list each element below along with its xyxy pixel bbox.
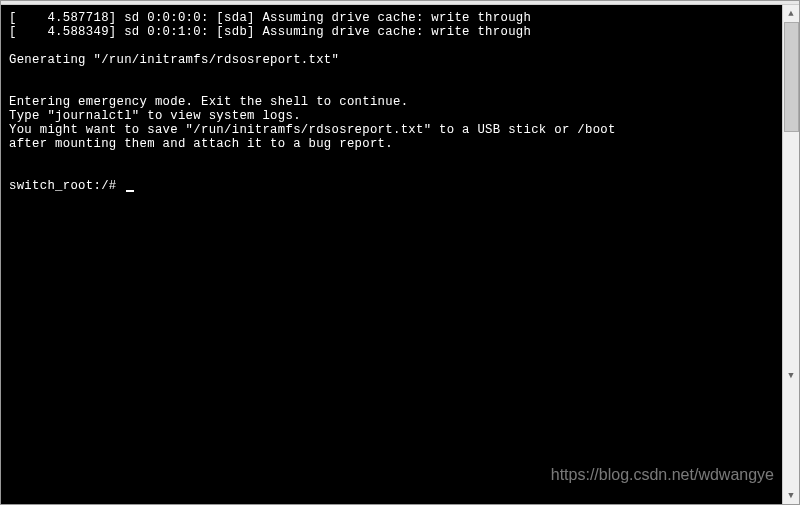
scroll-up-arrow[interactable]: ▲ (783, 5, 799, 22)
cursor (126, 190, 134, 192)
scroll-down-arrow-icon[interactable]: ▼ (783, 367, 799, 384)
terminal-area: [ 4.587718] sd 0:0:0:0: [sda] Assuming d… (1, 5, 799, 504)
vertical-scrollbar[interactable]: ▲ ▼ ▼ (782, 5, 799, 504)
log-line: Type "journalctl" to view system logs. (9, 109, 301, 123)
scroll-down-arrow[interactable]: ▼ (783, 487, 799, 504)
terminal-window: [ 4.587718] sd 0:0:0:0: [sda] Assuming d… (0, 0, 800, 505)
log-line: Entering emergency mode. Exit the shell … (9, 95, 408, 109)
log-line: [ 4.587718] sd 0:0:0:0: [sda] Assuming d… (9, 11, 531, 25)
terminal-output[interactable]: [ 4.587718] sd 0:0:0:0: [sda] Assuming d… (1, 5, 782, 504)
log-line: [ 4.588349] sd 0:0:1:0: [sdb] Assuming d… (9, 25, 531, 39)
log-line: Generating "/run/initramfs/rdsosreport.t… (9, 53, 339, 67)
log-line: after mounting them and attach it to a b… (9, 137, 393, 151)
log-line: You might want to save "/run/initramfs/r… (9, 123, 616, 137)
scroll-thumb[interactable] (784, 22, 799, 132)
shell-prompt: switch_root:/# (9, 179, 124, 193)
